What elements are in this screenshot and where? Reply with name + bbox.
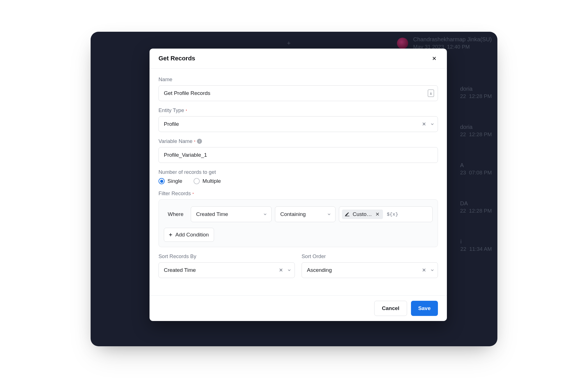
radio-icon-unselected [194, 178, 200, 184]
bg-item-name: i [460, 238, 492, 245]
app-frame: + Chandrashekharmap Jinka(SU)May 31 2023… [91, 32, 497, 346]
background-list-item: i22 11:34 AM [460, 237, 492, 253]
entity-type-label: Entity Type • [159, 107, 438, 113]
radio-multiple[interactable]: Multiple [194, 178, 221, 184]
radio-icon-selected [159, 178, 165, 184]
sort-by-label: Sort Records By [159, 253, 295, 259]
clear-sort-by-icon[interactable]: ✕ [279, 267, 283, 273]
number-of-records-label: Number of records to get [159, 169, 438, 175]
cancel-button[interactable]: Cancel [374, 301, 407, 316]
bg-item-name: A [460, 162, 492, 168]
bg-item-name: doria [460, 86, 492, 92]
where-label: Where [164, 211, 187, 217]
avatar [397, 38, 408, 49]
bg-item-date: 22 12:28 PM [460, 208, 492, 214]
bg-item-name: Chandrashekharmap Jinka(SU) [413, 36, 492, 43]
modal-body: Name Entity Type • ✕ [150, 69, 447, 295]
bg-item-date: 22 12:28 PM [460, 93, 492, 99]
name-input[interactable] [159, 85, 438, 101]
text-area-icon[interactable] [428, 90, 434, 97]
add-icon: + [287, 40, 291, 47]
filter-value-input[interactable]: Custo… ✕ ${x} [339, 206, 433, 222]
background-list-item: doria22 12:28 PM [460, 85, 492, 101]
required-indicator: • [192, 192, 194, 195]
background-list-item: DA22 12:28 PM [460, 199, 492, 215]
bg-item-date: 22 12:28 PM [460, 131, 492, 138]
modal-footer: Cancel Save [150, 295, 447, 321]
save-button[interactable]: Save [411, 301, 438, 316]
variable-name-label: Variable Name • i [159, 138, 438, 144]
get-records-modal: Get Records Name Entity Type [150, 49, 447, 321]
sort-order-label: Sort Order [302, 253, 438, 259]
add-condition-button[interactable]: Add Condition [164, 228, 214, 242]
required-indicator: • [186, 109, 187, 112]
sort-order-select[interactable] [302, 262, 438, 278]
chevron-down-icon [327, 212, 331, 217]
radio-single[interactable]: Single [159, 178, 182, 184]
plus-icon [168, 232, 173, 237]
sort-by-select[interactable] [159, 262, 295, 278]
pencil-icon [345, 212, 350, 216]
remove-chip-icon[interactable]: ✕ [374, 211, 381, 217]
chevron-down-icon[interactable] [430, 268, 435, 272]
filter-value-chip: Custo… ✕ [342, 210, 383, 219]
svg-rect-0 [345, 216, 350, 216]
variable-name-input[interactable] [159, 147, 438, 163]
close-button[interactable] [431, 55, 438, 62]
bg-item-date: 22 11:34 AM [460, 246, 492, 252]
entity-type-select[interactable] [159, 116, 438, 132]
clear-entity-type-icon[interactable]: ✕ [422, 121, 426, 127]
filter-box: Where Created Time Containing [159, 199, 438, 247]
filter-field-select[interactable]: Created Time [191, 206, 272, 222]
filter-operator-select[interactable]: Containing [275, 206, 336, 222]
close-icon [431, 56, 437, 61]
required-indicator: • [194, 140, 195, 143]
bg-item-name: doria [460, 124, 492, 130]
bg-item-date: 23 07:08 PM [460, 170, 492, 176]
clear-sort-order-icon[interactable]: ✕ [422, 267, 426, 273]
insert-variable-icon[interactable]: ${x} [386, 212, 399, 217]
chevron-down-icon[interactable] [430, 122, 435, 126]
info-icon[interactable]: i [197, 139, 202, 144]
bg-item-name: DA [460, 200, 492, 207]
modal-header: Get Records [150, 49, 447, 69]
modal-title: Get Records [159, 55, 195, 62]
filter-records-label: Filter Records • [159, 190, 438, 197]
background-list-item: A23 07:08 PM [460, 161, 492, 177]
filter-condition-row: Where Created Time Containing [164, 206, 433, 222]
background-list-item: doria22 12:28 PM [460, 123, 492, 139]
name-label: Name [159, 76, 438, 83]
chevron-down-icon[interactable] [287, 268, 291, 272]
chevron-down-icon [263, 212, 267, 217]
